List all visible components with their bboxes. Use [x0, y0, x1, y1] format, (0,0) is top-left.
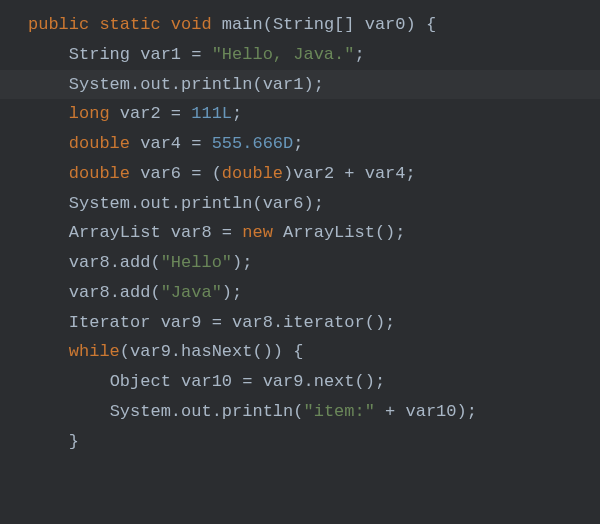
code-token: (: [212, 164, 222, 183]
code-token: =: [212, 313, 232, 332]
code-token: ;: [232, 104, 242, 123]
code-token: var0: [365, 15, 406, 34]
code-token: hasNext: [181, 342, 252, 361]
code-token: .: [212, 402, 222, 421]
code-token: "Hello": [161, 253, 232, 272]
code-token: out: [181, 402, 212, 421]
code-token: double: [222, 164, 283, 183]
code-token: "Java": [161, 283, 222, 302]
code-token: while: [69, 342, 120, 361]
code-line: var8.add("Java");: [0, 278, 600, 308]
code-token: ();: [355, 372, 386, 391]
code-line: var8.add("Hello");: [0, 248, 600, 278]
code-token: long: [69, 104, 120, 123]
code-token: var4: [365, 164, 406, 183]
code-token: var1: [263, 75, 304, 94]
code-token: (: [120, 342, 130, 361]
code-token: );: [303, 194, 323, 213]
code-line: public static void main(String[] var0) {: [0, 10, 600, 40]
code-token: var8: [69, 283, 110, 302]
code-token: double: [69, 134, 140, 153]
code-token: String: [69, 45, 140, 64]
code-token: "item:": [303, 402, 385, 421]
code-token: +: [385, 402, 405, 421]
code-token: var1: [140, 45, 191, 64]
code-token: var4: [140, 134, 191, 153]
code-token: Object: [110, 372, 181, 391]
code-token: =: [191, 164, 211, 183]
code-token: .: [171, 342, 181, 361]
code-token: void: [171, 15, 222, 34]
code-token: .: [110, 253, 120, 272]
code-token: out: [140, 194, 171, 213]
code-line: }: [0, 427, 600, 457]
code-token: add: [120, 253, 151, 272]
code-token: var6: [263, 194, 304, 213]
code-token: =: [191, 134, 211, 153]
code-token: .: [130, 75, 140, 94]
code-token: add: [120, 283, 151, 302]
code-token: ArrayList: [283, 223, 375, 242]
code-line: System.out.println("item:" + var10);: [0, 397, 600, 427]
code-line: ArrayList var8 = new ArrayList();: [0, 218, 600, 248]
code-token: );: [222, 283, 242, 302]
code-token: println: [181, 75, 252, 94]
code-token: var8: [232, 313, 273, 332]
code-token: var6: [140, 164, 191, 183]
code-token: ;: [406, 164, 416, 183]
code-token: ;: [293, 134, 303, 153]
code-token: ();: [375, 223, 406, 242]
code-token: new: [242, 223, 283, 242]
code-token: iterator: [283, 313, 365, 332]
code-token: static: [99, 15, 170, 34]
code-token: (: [252, 194, 262, 213]
code-token: (: [293, 402, 303, 421]
code-token: ();: [365, 313, 396, 332]
code-token: ;: [354, 45, 364, 64]
code-token: (: [263, 15, 273, 34]
code-token: var10: [406, 402, 457, 421]
code-token: ): [283, 164, 293, 183]
code-line: Object var10 = var9.next();: [0, 367, 600, 397]
code-token: var2: [293, 164, 344, 183]
code-token: next: [314, 372, 355, 391]
code-token: System: [69, 75, 130, 94]
code-token: var8: [171, 223, 222, 242]
code-token: Iterator: [69, 313, 161, 332]
code-line: Iterator var9 = var8.iterator();: [0, 308, 600, 338]
code-block: public static void main(String[] var0) {…: [0, 10, 600, 456]
code-token: .: [110, 283, 120, 302]
code-token: ArrayList: [69, 223, 171, 242]
code-token: String: [273, 15, 334, 34]
code-token: double: [69, 164, 140, 183]
code-token: (: [252, 75, 262, 94]
code-line: while(var9.hasNext()) {: [0, 337, 600, 367]
code-token: var8: [69, 253, 110, 272]
code-token: =: [171, 104, 191, 123]
code-token: =: [222, 223, 242, 242]
code-line: double var6 = (double)var2 + var4;: [0, 159, 600, 189]
code-token: (: [150, 283, 160, 302]
code-token: 111L: [191, 104, 232, 123]
code-token: public: [28, 15, 99, 34]
code-token: .: [171, 402, 181, 421]
code-token: .: [171, 194, 181, 213]
code-line: long var2 = 111L;: [0, 99, 600, 129]
code-token: );: [457, 402, 477, 421]
code-token: out: [140, 75, 171, 94]
code-token: }: [69, 432, 79, 451]
code-token: System: [69, 194, 130, 213]
code-token: );: [303, 75, 323, 94]
code-token: );: [232, 253, 252, 272]
code-token: var9: [263, 372, 304, 391]
code-token: .: [130, 194, 140, 213]
code-token: .: [171, 75, 181, 94]
code-token: 555.666D: [212, 134, 294, 153]
code-token: []: [334, 15, 365, 34]
code-token: ()) {: [252, 342, 303, 361]
code-token: var10: [181, 372, 242, 391]
code-line: System.out.println(var1);: [0, 70, 600, 100]
code-token: var9: [130, 342, 171, 361]
code-token: (: [150, 253, 160, 272]
code-line: String var1 = "Hello, Java.";: [0, 40, 600, 70]
